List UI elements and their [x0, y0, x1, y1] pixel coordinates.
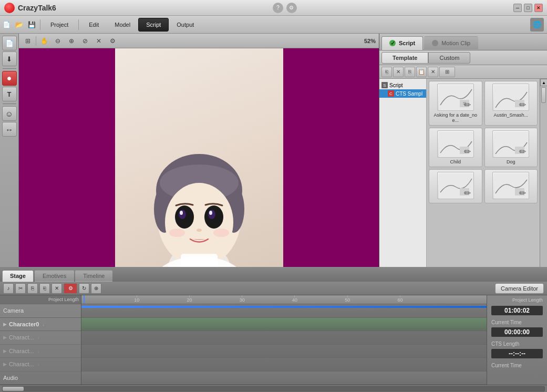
ruler-mark-20: 20 — [187, 295, 192, 303]
scroll-up-arrow[interactable]: ▲ — [540, 79, 547, 86]
tl-charact3-label: Charact... — [9, 361, 34, 367]
logo-icon — [4, 3, 15, 13]
template-child[interactable]: ✏ Child — [429, 128, 482, 167]
template-dog[interactable]: ✏ Dog — [484, 128, 538, 167]
tool-import[interactable]: ⬇ — [2, 51, 17, 66]
open-icon[interactable]: 📂 — [13, 18, 25, 31]
ruler-mark-50: 50 — [345, 295, 350, 303]
tl-zoom-icon[interactable]: ⊕ — [91, 283, 101, 294]
camera-editor-button[interactable]: Camera Editor — [495, 283, 544, 294]
app-title: CrazyTalk6 — [18, 4, 56, 12]
template-thumb-austin: ✏ — [492, 84, 529, 111]
current-time-label-1: Current Time — [491, 319, 543, 325]
tool-arrows[interactable]: ↔ — [2, 122, 17, 137]
tl-tab-stage[interactable]: Stage — [2, 270, 34, 282]
tl-hscroll[interactable] — [0, 385, 547, 392]
tl-cut-icon[interactable]: ✂ — [15, 283, 26, 294]
help-icon[interactable]: ? — [273, 3, 283, 13]
tl-right-panel: Project Length 01:00:02 Current Time 00:… — [487, 295, 547, 385]
template-t6[interactable]: ✏ — [484, 169, 538, 203]
tool-new[interactable]: 📄 — [2, 36, 17, 50]
svg-point-12 — [208, 210, 215, 219]
svg-point-13 — [180, 211, 183, 215]
tl-track-charact3 — [81, 358, 487, 372]
hscroll-track[interactable] — [2, 386, 545, 391]
close-preview-icon[interactable]: ✕ — [93, 35, 105, 47]
template-label-asking: Asking for a date_no e... — [431, 112, 480, 123]
char0-add-icon: ↓ — [42, 322, 45, 327]
tool-record[interactable]: ● — [2, 71, 17, 86]
pt-btn-6[interactable]: ⊞ — [439, 67, 455, 77]
tl-paste-icon[interactable]: ⎗ — [39, 283, 50, 294]
preview-sep — [36, 36, 36, 46]
tl-tracks: 10 20 30 40 50 — [81, 295, 487, 385]
tool-text[interactable]: T — [2, 87, 17, 101]
char3-icon: ▶ — [3, 362, 7, 367]
template-austin[interactable]: ✏ Austin_Smash... — [484, 81, 538, 126]
menu-separator — [40, 19, 40, 30]
reset-icon[interactable]: ⊘ — [79, 35, 91, 47]
pt-btn-2[interactable]: ✕ — [393, 67, 404, 77]
close-button[interactable]: ✕ — [534, 4, 543, 12]
settings-preview-icon[interactable]: ⚙ — [107, 35, 118, 47]
tl-track-audio — [81, 372, 487, 385]
svg-point-16 — [169, 229, 185, 237]
cts-tree-icon: C — [388, 90, 394, 97]
pt-btn-1[interactable]: ⎗ — [381, 67, 392, 77]
pan-icon[interactable]: ✋ — [38, 35, 50, 47]
zoom-in-icon[interactable]: ⊕ — [66, 35, 77, 47]
project-menu[interactable]: Project — [43, 18, 76, 32]
project-length-label: Project Length — [491, 297, 543, 303]
ruler-mark-30: 30 — [240, 295, 245, 303]
new-icon[interactable]: 📄 — [0, 18, 13, 31]
pt-btn-5[interactable]: ✕ — [428, 67, 438, 77]
sub-tab-custom[interactable]: Custom — [428, 52, 470, 64]
toolbar-divider — [3, 68, 16, 69]
pt-btn-3[interactable]: ⎘ — [405, 67, 415, 77]
tl-charact2-label: Charact... — [9, 348, 34, 354]
settings-icon[interactable]: ⚙ — [286, 3, 297, 13]
template-thumb-t5: ✏ — [437, 172, 474, 199]
template-t5[interactable]: ✏ — [429, 169, 482, 203]
template-label-dog: Dog — [507, 159, 515, 164]
script-menu[interactable]: Script — [138, 18, 169, 32]
pt-btn-4[interactable]: 📋 — [416, 67, 427, 77]
template-label-child: Child — [450, 159, 461, 164]
maximize-button[interactable]: □ — [524, 4, 532, 12]
svg-text:✏: ✏ — [519, 100, 527, 109]
tl-charact1-label: Charact... — [9, 334, 34, 341]
tab-motion-clip[interactable]: Motion Clip — [424, 36, 478, 50]
output-menu[interactable]: Output — [169, 18, 202, 32]
tl-tab-timeline[interactable]: Timeline — [75, 270, 112, 282]
tree-item-script[interactable]: S Script — [379, 81, 426, 89]
template-asking[interactable]: ✏ Asking for a date_no e... — [429, 81, 482, 126]
menu-separator-2 — [78, 19, 79, 30]
zoom-out-icon[interactable]: ⊖ — [52, 35, 64, 47]
sub-tabs: Template Custom — [379, 50, 547, 65]
tl-music-icon[interactable]: ♪ — [3, 283, 14, 294]
tl-copy-icon[interactable]: ⎘ — [27, 283, 38, 294]
tl-motion-icon[interactable]: ⚙ — [64, 283, 77, 294]
tl-charact3-row: ▶ Charact... ↓ — [0, 358, 81, 372]
sub-tab-template[interactable]: Template — [381, 52, 428, 64]
cts-length-label: CTS Length — [491, 341, 543, 347]
model-menu[interactable]: Model — [107, 18, 138, 32]
char3-add-icon: ↓ — [37, 362, 40, 367]
tl-charact2-row: ▶ Charact... ↓ — [0, 345, 81, 358]
tab-script-label: Script — [399, 40, 415, 46]
tl-tab-emotives[interactable]: Emotives — [35, 270, 74, 282]
char2-add-icon: ↓ — [37, 348, 40, 354]
timeline-toolbar: ♪ ✂ ⎘ ⎗ ✕ ⚙ ↻ ⊕ Camera Editor — [0, 282, 547, 295]
expand-icon[interactable]: ⊞ — [22, 35, 34, 47]
tree-item-cts[interactable]: C CTS Sampl — [379, 89, 426, 98]
output-globe-icon[interactable]: 🌐 — [530, 18, 544, 32]
tab-script[interactable]: ✓ Script — [381, 36, 423, 50]
svg-point-8 — [165, 183, 233, 262]
edit-menu[interactable]: Edit — [81, 18, 107, 32]
hscroll-thumb — [3, 387, 24, 391]
tl-loop-icon[interactable]: ↻ — [79, 283, 89, 294]
minimize-button[interactable]: ─ — [513, 4, 522, 12]
tool-face[interactable]: ☺ — [2, 106, 17, 121]
tl-delete-icon[interactable]: ✕ — [51, 283, 62, 294]
save-icon[interactable]: 💾 — [25, 18, 38, 31]
